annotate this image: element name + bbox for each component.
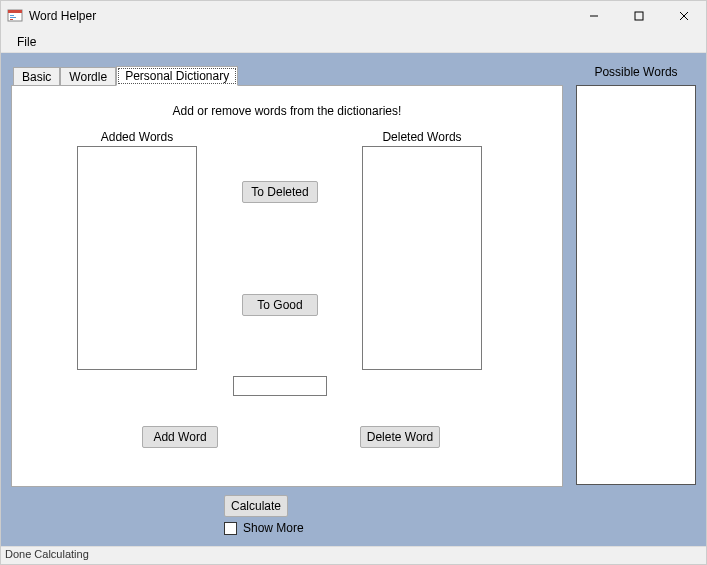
titlebar: Word Helper [1, 1, 706, 31]
deleted-words-listbox[interactable] [362, 146, 482, 370]
maximize-button[interactable] [616, 1, 661, 31]
titlebar-left: Word Helper [7, 8, 96, 24]
added-words-listbox[interactable] [77, 146, 197, 370]
deleted-words-label: Deleted Words [362, 130, 482, 144]
menu-file[interactable]: File [9, 33, 44, 51]
window-title: Word Helper [29, 9, 96, 23]
possible-words-listbox[interactable] [576, 85, 696, 485]
show-more-row: Show More [224, 521, 304, 535]
tab-strip: Basic Wordle Personal Dictionary [11, 65, 563, 85]
status-bar: Done Calculating [1, 546, 706, 564]
status-text: Done Calculating [5, 548, 89, 560]
app-icon [7, 8, 23, 24]
svg-rect-2 [10, 15, 14, 16]
client-area: Basic Wordle Personal Dictionary Add or … [1, 53, 706, 546]
minimize-button[interactable] [571, 1, 616, 31]
svg-rect-6 [635, 12, 643, 20]
svg-rect-4 [10, 19, 13, 20]
add-word-button[interactable]: Add Word [142, 426, 218, 448]
svg-rect-1 [8, 10, 22, 13]
menubar: File [1, 31, 706, 53]
tab-personal-dictionary[interactable]: Personal Dictionary [116, 66, 238, 86]
svg-rect-3 [10, 17, 16, 18]
possible-words-label: Possible Words [576, 65, 696, 79]
tab-control: Basic Wordle Personal Dictionary Add or … [11, 65, 563, 487]
tab-page-personal: Add or remove words from the dictionarie… [11, 85, 563, 487]
word-entry-input[interactable] [233, 376, 327, 396]
instruction-label: Add or remove words from the dictionarie… [12, 104, 562, 118]
added-words-label: Added Words [77, 130, 197, 144]
close-button[interactable] [661, 1, 706, 31]
to-deleted-button[interactable]: To Deleted [242, 181, 318, 203]
window-controls [571, 1, 706, 31]
calculate-button[interactable]: Calculate [224, 495, 288, 517]
tab-basic[interactable]: Basic [13, 67, 60, 86]
show-more-label: Show More [243, 521, 304, 535]
show-more-checkbox[interactable] [224, 522, 237, 535]
tab-wordle[interactable]: Wordle [60, 67, 116, 86]
to-good-button[interactable]: To Good [242, 294, 318, 316]
delete-word-button[interactable]: Delete Word [360, 426, 440, 448]
